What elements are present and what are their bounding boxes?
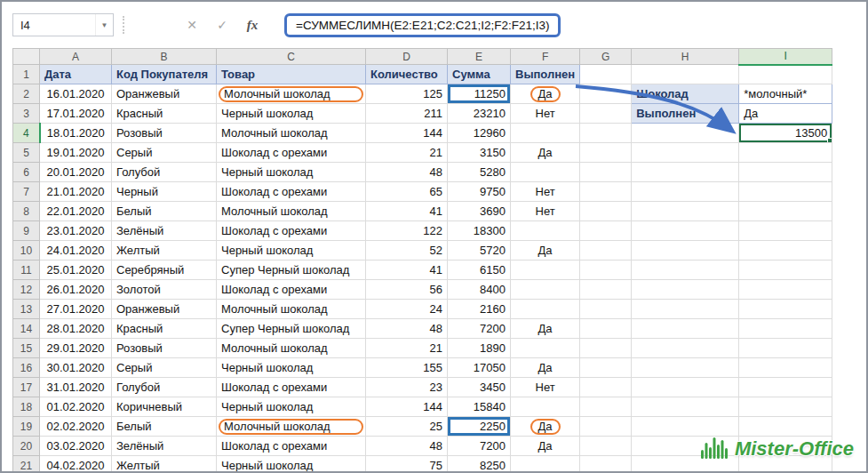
cell-C5[interactable]: Шоколад с орехами	[217, 143, 366, 163]
cell-D6[interactable]: 48	[366, 163, 448, 182]
cell-B10[interactable]: Желтый	[112, 241, 217, 261]
cell-F18[interactable]	[511, 397, 580, 417]
insert-function-icon[interactable]: fx	[243, 18, 261, 33]
cell-I13[interactable]	[739, 300, 832, 319]
row-header-19[interactable]: 19	[13, 417, 40, 437]
cell-C12[interactable]: Шоколад с орехами	[217, 280, 366, 300]
cell-F9[interactable]	[511, 221, 580, 241]
cell-A2[interactable]: 16.01.2020	[40, 84, 112, 104]
cell-G20[interactable]	[580, 437, 632, 456]
cell-G15[interactable]	[580, 339, 632, 358]
row-header-20[interactable]: 20	[13, 437, 40, 456]
cell-H10[interactable]	[632, 241, 739, 261]
cell-D14[interactable]: 48	[366, 319, 448, 339]
cell-D13[interactable]: 24	[366, 300, 448, 319]
cell-I15[interactable]	[739, 339, 832, 358]
cell-G6[interactable]	[580, 163, 632, 182]
fill-handle[interactable]	[827, 138, 832, 143]
row-header-12[interactable]: 12	[13, 280, 40, 300]
cell-H12[interactable]	[632, 280, 739, 300]
row-header-5[interactable]: 5	[13, 143, 40, 163]
cell-G1[interactable]	[580, 65, 632, 84]
cell-E10[interactable]: 5720	[448, 241, 511, 261]
cell-A13[interactable]: 27.01.2020	[40, 300, 112, 319]
cell-I14[interactable]	[739, 319, 832, 339]
cell-H2[interactable]: Шоколад	[632, 84, 739, 104]
cell-A20[interactable]: 03.02.2020	[40, 437, 112, 456]
column-header-H[interactable]: H	[632, 49, 739, 65]
cell-B13[interactable]: Оранжевый	[112, 300, 217, 319]
cell-A18[interactable]: 01.02.2020	[40, 397, 112, 417]
row-header-7[interactable]: 7	[13, 182, 40, 202]
cell-E16[interactable]: 17050	[448, 358, 511, 378]
cell-B8[interactable]: Белый	[112, 202, 217, 221]
cell-B6[interactable]: Голубой	[112, 163, 217, 182]
cell-I8[interactable]	[739, 202, 832, 221]
row-header-4[interactable]: 4	[13, 124, 40, 143]
cell-D5[interactable]: 21	[366, 143, 448, 163]
cell-E11[interactable]: 6150	[448, 261, 511, 280]
select-all-corner[interactable]	[13, 49, 40, 65]
cell-I16[interactable]	[739, 358, 832, 378]
cancel-icon[interactable]: ✕	[183, 18, 201, 32]
cell-D10[interactable]: 52	[366, 241, 448, 261]
cell-H8[interactable]	[632, 202, 739, 221]
cell-C14[interactable]: Супер Черный шоколад	[217, 319, 366, 339]
cell-E3[interactable]: 23210	[448, 104, 511, 124]
cell-C18[interactable]: Черный шоколад	[217, 397, 366, 417]
cell-B20[interactable]: Зелёный	[112, 437, 217, 456]
cell-I9[interactable]	[739, 221, 832, 241]
cell-E18[interactable]: 15840	[448, 397, 511, 417]
cell-A12[interactable]: 26.01.2020	[40, 280, 112, 300]
cell-E9[interactable]: 18300	[448, 221, 511, 241]
cell-H1[interactable]	[632, 65, 739, 84]
cell-H7[interactable]	[632, 182, 739, 202]
cell-G8[interactable]	[580, 202, 632, 221]
cell-A6[interactable]: 20.01.2020	[40, 163, 112, 182]
cell-A14[interactable]: 28.01.2020	[40, 319, 112, 339]
cell-F13[interactable]	[511, 300, 580, 319]
column-header-B[interactable]: B	[112, 49, 217, 65]
cell-B11[interactable]: Серебряный	[112, 261, 217, 280]
cell-D17[interactable]: 23	[366, 378, 448, 397]
cell-D4[interactable]: 144	[366, 124, 448, 143]
row-header-9[interactable]: 9	[13, 221, 40, 241]
cell-I3[interactable]: Да	[739, 104, 832, 124]
cell-H14[interactable]	[632, 319, 739, 339]
cell-F20[interactable]: Да	[511, 437, 580, 456]
cell-H6[interactable]	[632, 163, 739, 182]
cell-H3[interactable]: Выполнен	[632, 104, 739, 124]
cell-B1[interactable]: Код Покупателя	[112, 65, 217, 84]
cell-A3[interactable]: 17.01.2020	[40, 104, 112, 124]
cell-C17[interactable]: Шоколад с орехами	[217, 378, 366, 397]
cell-A11[interactable]: 25.01.2020	[40, 261, 112, 280]
cell-F14[interactable]: Да	[511, 319, 580, 339]
cell-G9[interactable]	[580, 221, 632, 241]
column-header-C[interactable]: C	[217, 49, 366, 65]
cell-I12[interactable]	[739, 280, 832, 300]
cell-C21[interactable]: Черный шоколад	[217, 456, 366, 473]
cell-I17[interactable]	[739, 378, 832, 397]
cell-C15[interactable]: Молочный шоколад	[217, 339, 366, 358]
cell-G5[interactable]	[580, 143, 632, 163]
cell-G10[interactable]	[580, 241, 632, 261]
column-header-I[interactable]: I	[739, 49, 832, 65]
cell-D21[interactable]: 75	[366, 456, 448, 473]
column-header-A[interactable]: A	[40, 49, 112, 65]
cell-D1[interactable]: Количество	[366, 65, 448, 84]
cell-H5[interactable]	[632, 143, 739, 163]
cell-B16[interactable]: Серый	[112, 358, 217, 378]
cell-B9[interactable]: Зелёный	[112, 221, 217, 241]
column-header-D[interactable]: D	[366, 49, 448, 65]
row-header-1[interactable]: 1	[13, 65, 40, 84]
cell-F16[interactable]: Да	[511, 358, 580, 378]
formula-input[interactable]: =СУММЕСЛИМН(E2:E21;C2:C21;I2;F2:F21;I3)	[284, 13, 561, 37]
cell-F5[interactable]: Да	[511, 143, 580, 163]
cell-C10[interactable]: Черный шоколад	[217, 241, 366, 261]
cell-B15[interactable]: Розовый	[112, 339, 217, 358]
selected-cell-I4[interactable]: 13500	[739, 124, 832, 143]
cell-F19[interactable]: Да	[511, 417, 580, 437]
cell-F3[interactable]: Нет	[511, 104, 580, 124]
cell-D11[interactable]: 41	[366, 261, 448, 280]
cell-B7[interactable]: Черный	[112, 182, 217, 202]
